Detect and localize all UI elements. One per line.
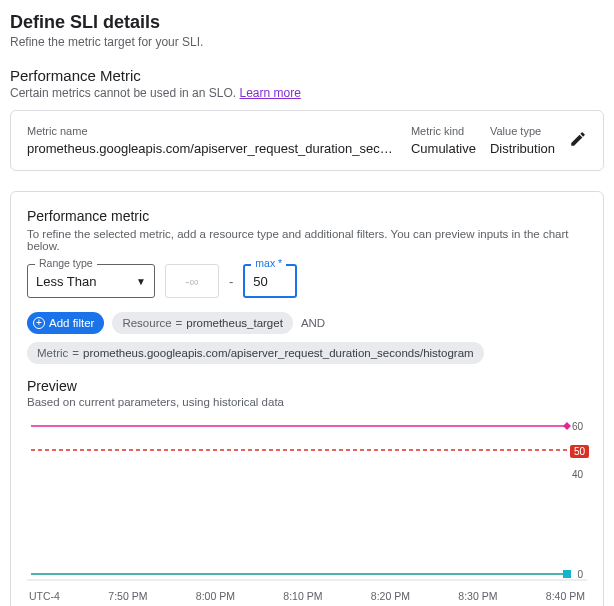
value-type-value: Distribution — [490, 141, 555, 156]
page-subtitle: Refine the metric target for your SLI. — [10, 35, 604, 49]
max-label: max * — [251, 257, 286, 269]
plus-icon: + — [33, 317, 45, 329]
threshold-badge: 50 — [570, 445, 589, 458]
metric-kind-value: Cumulative — [411, 141, 476, 156]
preview-chart: 60 40 0 50 — [27, 418, 587, 588]
metric-name-label: Metric name — [27, 125, 397, 137]
section-title-performance-metric: Performance Metric — [10, 67, 604, 84]
refine-panel: Performance metric To refine the selecte… — [10, 191, 604, 606]
max-input[interactable]: 50 — [243, 264, 297, 298]
min-input: -∞ — [165, 264, 219, 298]
chevron-down-icon: ▼ — [136, 276, 146, 287]
range-type-label: Range type — [35, 257, 97, 269]
range-dash: - — [229, 274, 233, 289]
refine-desc: To refine the selected metric, add a res… — [27, 228, 587, 252]
filter-chip-metric[interactable]: Metric = prometheus.googleapis.com/apise… — [27, 342, 484, 364]
svg-rect-8 — [563, 570, 571, 578]
filter-chip-resource[interactable]: Resource = prometheus_target — [112, 312, 292, 334]
svg-text:40: 40 — [572, 469, 584, 480]
range-type-select[interactable]: Less Than ▼ — [27, 264, 155, 298]
x-axis-ticks: UTC-4 7:50 PM 8:00 PM 8:10 PM 8:20 PM 8:… — [27, 590, 587, 602]
refine-title: Performance metric — [27, 208, 587, 224]
edit-icon[interactable] — [569, 130, 587, 151]
metric-kind-label: Metric kind — [411, 125, 476, 137]
add-filter-button[interactable]: + Add filter — [27, 312, 104, 334]
svg-text:0: 0 — [577, 569, 583, 580]
preview-desc: Based on current parameters, using histo… — [27, 396, 587, 408]
section-subtitle-performance-metric: Certain metrics cannot be used in an SLO… — [10, 86, 604, 100]
page-title: Define SLI details — [10, 12, 604, 33]
svg-marker-4 — [563, 422, 571, 430]
preview-title: Preview — [27, 378, 587, 394]
value-type-label: Value type — [490, 125, 555, 137]
svg-text:60: 60 — [572, 421, 584, 432]
metric-summary-card: Metric name prometheus.googleapis.com/ap… — [10, 110, 604, 171]
learn-more-link[interactable]: Learn more — [239, 86, 300, 100]
filter-and: AND — [301, 317, 325, 329]
metric-name-value: prometheus.googleapis.com/apiserver_requ… — [27, 141, 397, 156]
